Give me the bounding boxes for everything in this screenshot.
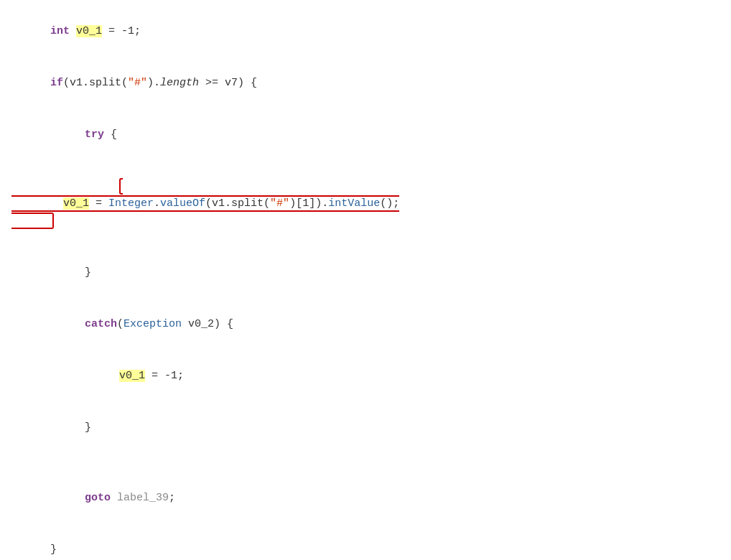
label-ref: label_39 [117, 492, 169, 504]
variable: v0_1 [63, 197, 89, 210]
code-line: int v0_1 = -1; [0, 6, 731, 57]
code-line: } [0, 524, 731, 560]
class-exception: Exception [124, 318, 182, 330]
keyword-catch: catch [85, 318, 117, 330]
code-line: if(v1.split("#").length >= v7) { [0, 57, 731, 109]
code-line: v0_1 = -1; [0, 350, 731, 402]
variable: v0_1 [76, 25, 102, 37]
code-line: v0_1 = Integer.valueOf(v1.split("#")[1])… [0, 161, 731, 247]
keyword-goto: goto [85, 492, 111, 504]
method-valueof: valueOf [160, 197, 205, 210]
string-literal: "#" [128, 77, 147, 89]
code-viewer: int v0_1 = -1; if(v1.split("#").length >… [0, 0, 731, 560]
code-line: catch(Exception v0_2) { [0, 299, 731, 350]
class-integer: Integer [108, 197, 154, 210]
keyword-try: try [85, 129, 104, 141]
code-line: goto label_39; [0, 472, 731, 524]
variable: v0_1 [119, 370, 145, 382]
code-line: } [0, 247, 731, 299]
code-line-empty [0, 454, 731, 472]
keyword-int: int [50, 25, 70, 37]
method-intvalue: intValue [328, 197, 380, 210]
keyword-if: if [50, 77, 63, 89]
code-line: } [0, 402, 731, 454]
string-literal: "#" [270, 197, 289, 210]
code-line: try { [0, 109, 731, 161]
